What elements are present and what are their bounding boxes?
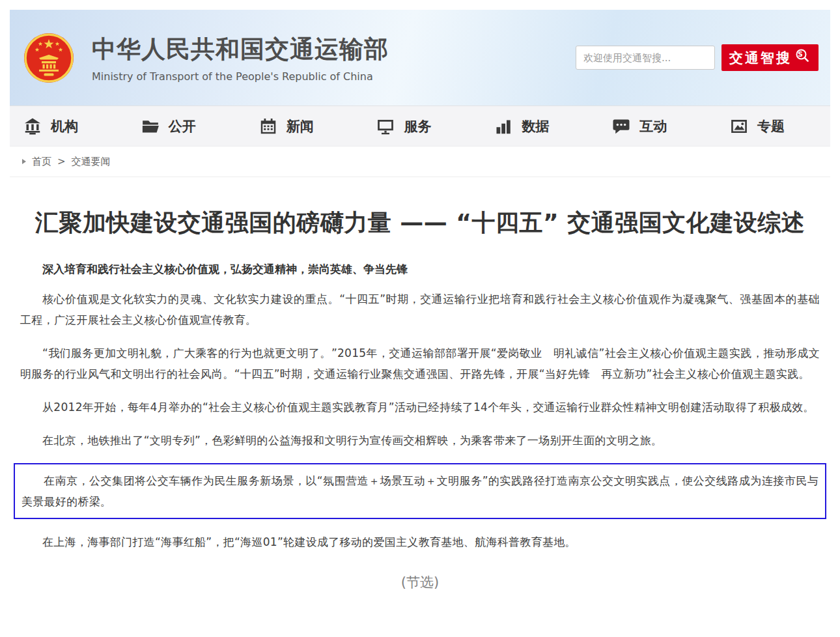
search-area: 交通智搜 S — [576, 44, 819, 71]
nav-label: 公开 — [169, 117, 196, 135]
highlighted-paragraph-box: 在南京，公交集团将公交车辆作为民生服务新场景，以“氛围营造＋场景互动＋文明服务”… — [14, 463, 826, 519]
site-brand[interactable]: 中华人民共和国交通运输部 Ministry of Transport of th… — [23, 32, 389, 84]
nav-item-service[interactable]: 服务 — [376, 117, 431, 136]
breadcrumb-arrow-icon — [22, 159, 26, 164]
nav-label: 专题 — [757, 117, 785, 135]
article-paragraph: 从2012年开始，每年4月举办的“社会主义核心价值观主题实践教育月”活动已经持续… — [20, 397, 820, 418]
site-title: 中华人民共和国交通运输部 — [92, 33, 389, 66]
nav-item-public[interactable]: 公开 — [141, 117, 196, 136]
calendar-icon — [259, 117, 278, 136]
smart-search-button[interactable]: 交通智搜 S — [721, 44, 819, 71]
nav-label: 互动 — [639, 117, 667, 135]
nav-label: 数据 — [522, 117, 549, 135]
folder-icon — [141, 117, 160, 136]
nav-item-interact[interactable]: 互动 — [611, 117, 667, 136]
article-title: 汇聚加快建设交通强国的磅礴力量 —— “十四五” 交通强国文化建设综述 — [20, 207, 820, 239]
article-paragraph: 核心价值观是文化软实力的灵魂、文化软实力建设的重点。“十四五”时期，交通运输行业… — [20, 289, 820, 330]
search-input[interactable] — [576, 46, 715, 70]
search-icon: S — [795, 48, 811, 67]
nav-label: 新闻 — [287, 117, 314, 135]
monitor-icon — [376, 117, 395, 136]
article-paragraph: “我们服务更加文明礼貌，广大乘客的行为也就更文明了。”2015年，交通运输部部署… — [20, 343, 820, 384]
main-nav: 机构 公开 新闻 服务 数据 — [10, 106, 830, 147]
article-footnote: (节选) — [20, 573, 820, 591]
brand-text: 中华人民共和国交通运输部 Ministry of Transport of th… — [92, 33, 389, 83]
article-paragraph: 在上海，海事部门打造“海事红船”，把“海巡01”轮建设成了移动的爱国主义教育基地… — [20, 531, 820, 552]
bar-chart-icon — [494, 117, 513, 136]
article: 汇聚加快建设交通强国的磅礴力量 —— “十四五” 交通强国文化建设综述 深入培育… — [10, 177, 830, 591]
nav-item-org[interactable]: 机构 — [23, 117, 78, 136]
national-emblem-logo — [23, 32, 75, 84]
svg-text:S: S — [798, 50, 805, 58]
search-button-label: 交通智搜 — [729, 49, 792, 67]
site-header: 中华人民共和国交通运输部 Ministry of Transport of th… — [10, 10, 830, 106]
nav-label: 机构 — [51, 117, 78, 135]
breadcrumb: 首页 > 交通要闻 — [10, 147, 830, 177]
nav-item-data[interactable]: 数据 — [494, 117, 549, 136]
breadcrumb-current[interactable]: 交通要闻 — [72, 156, 111, 168]
bank-icon — [23, 117, 42, 136]
site-subtitle-en: Ministry of Transport of the People's Re… — [92, 70, 389, 83]
nav-item-topics[interactable]: 专题 — [729, 117, 785, 136]
speech-bubble-icon — [611, 117, 631, 136]
article-paragraph-highlighted: 在南京，公交集团将公交车辆作为民生服务新场景，以“氛围营造＋场景互动＋文明服务”… — [21, 470, 819, 512]
breadcrumb-separator: > — [57, 156, 66, 167]
picture-icon — [729, 117, 749, 136]
breadcrumb-home[interactable]: 首页 — [32, 156, 51, 168]
nav-item-news[interactable]: 新闻 — [259, 117, 314, 136]
page: 中华人民共和国交通运输部 Ministry of Transport of th… — [0, 0, 840, 591]
article-paragraph: 在北京，地铁推出了“文明专列”，色彩鲜明的公益海报和文明行为宣传画交相辉映，为乘… — [20, 430, 820, 451]
article-lead: 深入培育和践行社会主义核心价值观，弘扬交通精神，崇尚英雄、争当先锋 — [20, 259, 820, 279]
nav-label: 服务 — [404, 117, 431, 135]
